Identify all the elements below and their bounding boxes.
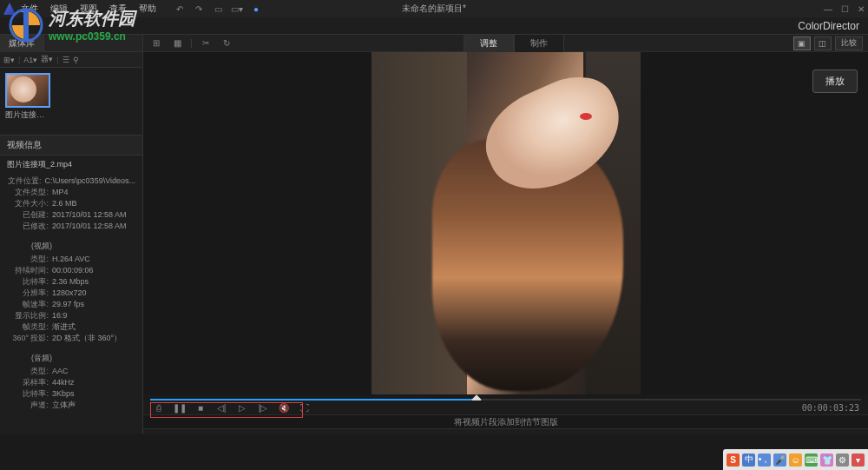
view-single-icon[interactable]: ▣: [793, 36, 811, 50]
prev-frame-icon[interactable]: ◁|: [213, 400, 230, 414]
tray-keyboard-icon[interactable]: ⌨: [805, 453, 818, 467]
cloud-icon[interactable]: ●: [250, 3, 262, 15]
left-panel: 媒体库 ⊞▾ | A1▾ 器▾ | ☰ ⚲ 图片连接项_2... 视频信息 图片…: [0, 35, 143, 434]
preview-top-bar: ⊞ ▦ | ✂ ↻ 调整 制作 ▣ ◫ 比较: [143, 35, 868, 52]
info-row: 360° 投影:2D 格式（非 360°）: [7, 333, 135, 344]
project-title: 未命名的新项目*: [402, 3, 466, 15]
info-group-audio: (音频): [0, 351, 142, 364]
watermark-url: www.pc0359.cn: [49, 30, 135, 43]
next-frame-icon[interactable]: |▷: [254, 400, 272, 414]
info-row: 帧类型:渐进式: [7, 321, 135, 333]
watermark-overlay: 河东软件园 www.pc0359.cn: [9, 7, 135, 43]
info-value: 44kHz: [52, 377, 75, 388]
info-row: 分辨率:1280x720: [7, 288, 135, 299]
info-group-video: (视频): [0, 239, 142, 252]
clip-icon[interactable]: ✂: [198, 36, 214, 50]
tray-emoji-icon[interactable]: ☺: [789, 453, 802, 467]
stop-icon[interactable]: ■: [192, 400, 209, 414]
info-key: 类型:: [7, 366, 49, 377]
info-row: 已创建:2017/10/01 12:58 AM: [7, 209, 135, 221]
info-value: 2017/10/01 12:58 AM: [52, 209, 127, 221]
watermark-logo-icon: [9, 8, 43, 43]
info-value: 16:9: [52, 310, 68, 321]
storyboard-hint: 将视频片段添加到情节图版: [454, 416, 558, 428]
info-key: 文件大小:: [7, 198, 49, 209]
mute-icon[interactable]: 🔇: [275, 400, 293, 414]
info-key: 分辨率:: [7, 288, 49, 299]
top-toolbar: ↶ ↷ ▭ ▭▾ ●: [174, 3, 262, 15]
tab-produce[interactable]: 制作: [514, 34, 564, 53]
tray-sogou-icon[interactable]: S: [727, 453, 740, 467]
close-icon[interactable]: ✕: [858, 4, 865, 14]
media-thumbnail[interactable]: 图片连接项_2...: [5, 73, 50, 121]
info-row: 已修改:2017/10/01 12:58 AM: [7, 221, 135, 232]
menu-help[interactable]: 帮助: [139, 3, 156, 15]
info-value: 3Kbps: [52, 388, 75, 400]
video-info-panel: 视频信息 图片连接项_2.mp4 文件位置:C:\Users\pc0359\Vi…: [0, 135, 142, 434]
info-row: 持续时间:00:00:09:06: [7, 265, 135, 276]
info-row: 类型:AAC: [7, 366, 135, 377]
info-key: 采样率:: [7, 377, 49, 388]
storyboard-drop-area[interactable]: 将视频片段添加到情节图版: [143, 414, 868, 428]
undo-icon[interactable]: ↶: [174, 3, 186, 15]
tab-adjust[interactable]: 调整: [464, 34, 514, 53]
thumbnail-label: 图片连接项_2...: [5, 109, 50, 121]
info-key: 360° 投影:: [7, 333, 49, 344]
compare-button[interactable]: 比较: [835, 36, 863, 50]
list-view-icon[interactable]: ☰: [62, 56, 69, 64]
info-row: 声道:立体声: [7, 400, 135, 411]
info-row: 文件位置:C:\Users\pc0359\Videos...: [7, 175, 135, 187]
maximize-icon[interactable]: ☐: [841, 4, 849, 14]
tray-collapse-icon[interactable]: ▾: [852, 453, 865, 467]
info-value: C:\Users\pc0359\Videos...: [45, 175, 135, 187]
play-button[interactable]: 播放: [812, 70, 858, 93]
info-key: 已创建:: [7, 209, 49, 221]
dropdown-icon[interactable]: ▭▾: [231, 3, 243, 15]
info-value: 2.6 MB: [52, 198, 77, 209]
sort-dropdown[interactable]: A1▾: [23, 56, 37, 64]
expand-icon[interactable]: ⛶: [296, 400, 313, 414]
info-value: 1280x720: [52, 288, 87, 299]
info-row: 文件类型:MP4: [7, 187, 135, 198]
playback-controls: ⎙ ❚❚ ■ ◁| ▷ |▷ 🔇 ⛶ 00:00:03:23: [143, 400, 868, 414]
info-value: 2D 格式（非 360°）: [52, 333, 122, 344]
window-controls: — ☐ ✕: [824, 4, 865, 14]
separator: |: [190, 38, 193, 48]
preview-viewport: 播放: [143, 52, 868, 394]
tool-icon-1[interactable]: ⊞: [148, 36, 164, 50]
svg-rect-1: [23, 10, 29, 41]
capture-icon[interactable]: ⎙: [150, 400, 168, 414]
info-value: 29.97 fps: [52, 299, 84, 310]
tray-mic-icon[interactable]: 🎤: [773, 453, 786, 467]
size-dropdown[interactable]: 器▾: [41, 54, 53, 65]
info-row: 文件大小:2.6 MB: [7, 198, 135, 209]
info-key: 比特率:: [7, 388, 49, 400]
info-key: 帧速率:: [7, 299, 49, 310]
separator: |: [56, 56, 58, 64]
redo-icon[interactable]: ↷: [193, 3, 205, 15]
info-row: 类型:H.264 AVC: [7, 254, 135, 265]
timeline[interactable]: [143, 394, 868, 400]
horizontal-scrollbar[interactable]: [143, 428, 868, 434]
info-value: H.264 AVC: [52, 254, 90, 265]
tool-icon-2[interactable]: ▦: [169, 36, 185, 50]
info-value: 2.36 Mbps: [52, 276, 89, 288]
search-icon[interactable]: ⚲: [73, 56, 79, 64]
screen-icon[interactable]: ▭: [212, 3, 224, 15]
info-value: 2017/10/01 12:58 AM: [52, 221, 127, 232]
minimize-icon[interactable]: —: [824, 4, 832, 14]
play-forward-icon[interactable]: ▷: [233, 400, 251, 414]
info-value: MP4: [52, 187, 69, 198]
tray-settings-icon[interactable]: ⚙: [836, 453, 849, 467]
view-split-icon[interactable]: ◫: [814, 36, 832, 50]
info-key: 文件位置:: [7, 175, 42, 187]
import-icon[interactable]: ⊞▾: [3, 56, 15, 64]
pause-icon[interactable]: ❚❚: [171, 400, 188, 414]
info-value: AAC: [52, 366, 69, 377]
info-key: 声道:: [7, 400, 49, 411]
tray-punct-icon[interactable]: •，: [758, 453, 771, 467]
rotate-icon[interactable]: ↻: [219, 36, 234, 50]
tray-ime-icon[interactable]: 中: [742, 453, 755, 467]
info-row: 采样率:44kHz: [7, 377, 135, 388]
tray-skin-icon[interactable]: 👕: [820, 453, 833, 467]
